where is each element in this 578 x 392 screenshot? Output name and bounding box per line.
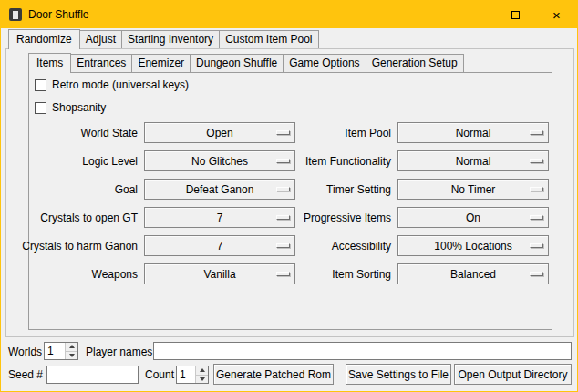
field-label: Crystals to open GT: [20, 211, 138, 224]
shopsanity-label: Shopsanity: [52, 101, 106, 114]
worlds-spin-arrows: [65, 343, 77, 359]
worlds-input[interactable]: [45, 343, 65, 359]
item-sorting-dropdown[interactable]: Balanced: [397, 263, 549, 284]
logic-level-value: No Glitches: [145, 155, 294, 168]
tab-randomize[interactable]: Randomize: [8, 29, 80, 49]
dropdown-indicator-icon: [530, 272, 543, 276]
logic-level-dropdown[interactable]: No Glitches: [144, 150, 295, 171]
spin-down-button[interactable]: [66, 351, 77, 360]
arrow-up-icon: [200, 368, 205, 372]
tab-custom-item-pool[interactable]: Custom Item Pool: [219, 30, 318, 48]
tab-adjust[interactable]: Adjust: [79, 30, 122, 48]
progressive-items-dropdown[interactable]: On: [397, 207, 549, 228]
tab-game-options[interactable]: Game Options: [283, 54, 366, 72]
goal-value: Defeat Ganon: [145, 183, 294, 196]
worlds-label: Worlds: [8, 346, 42, 358]
retro-mode-checkbox[interactable]: [35, 79, 46, 91]
arrow-down-icon: [69, 354, 75, 357]
player-names-label: Player names: [86, 346, 152, 358]
main-tab-bar: Randomize Adjust Starting Inventory Cust…: [8, 29, 319, 48]
item-pool-value: Normal: [398, 127, 548, 139]
door-shuffle-window: Door Shuffle × Randomize Adjust Starting…: [0, 0, 578, 392]
field-label: Logic Level: [20, 155, 138, 168]
dropdown-indicator-icon: [530, 243, 543, 248]
item-sorting-value: Balanced: [398, 268, 548, 281]
seed-input[interactable]: [46, 366, 139, 384]
timer-setting-dropdown[interactable]: No Timer: [397, 179, 549, 200]
dropdown-indicator-icon: [530, 215, 543, 220]
arrow-up-icon: [69, 345, 75, 348]
dropdown-indicator-icon: [530, 159, 543, 163]
item-pool-dropdown[interactable]: Normal: [397, 122, 549, 143]
crystals-open-gt-value: 7: [145, 211, 294, 224]
tab-dungeon-shuffle[interactable]: Dungeon Shuffle: [190, 54, 284, 72]
field-label: Weapons: [20, 268, 138, 281]
open-output-directory-button[interactable]: Open Output Directory: [454, 364, 572, 385]
accessibility-dropdown[interactable]: 100% Locations: [397, 235, 549, 256]
field-label: Item Pool: [277, 127, 391, 139]
titlebar[interactable]: Door Shuffle ×: [1, 1, 577, 28]
window-controls: ×: [454, 1, 577, 28]
seed-label: Seed #: [8, 368, 43, 381]
count-input[interactable]: [177, 366, 195, 383]
dropdown-indicator-icon: [530, 187, 543, 191]
app-icon[interactable]: [9, 8, 22, 21]
weapons-value: Vanilla: [145, 268, 294, 281]
tab-generation-setup[interactable]: Generation Setup: [366, 54, 464, 72]
save-settings-button[interactable]: Save Settings to File: [346, 364, 451, 385]
field-label: Timer Setting: [277, 183, 391, 196]
spin-down-button[interactable]: [196, 375, 208, 384]
window-title: Door Shuffle: [28, 8, 89, 21]
close-button[interactable]: ×: [536, 1, 577, 28]
tab-entrances[interactable]: Entrances: [70, 54, 132, 72]
worlds-spinner[interactable]: [44, 342, 78, 360]
accessibility-value: 100% Locations: [398, 240, 548, 253]
field-label: Progressive Items: [277, 211, 391, 224]
shopsanity-checkbox[interactable]: [35, 102, 46, 114]
progressive-items-value: On: [398, 211, 548, 224]
field-label: Accessibility: [277, 240, 391, 253]
count-spin-arrows: [195, 366, 208, 383]
field-label: Item Functionality: [277, 155, 391, 168]
tab-starting-inventory[interactable]: Starting Inventory: [121, 30, 220, 48]
close-icon: ×: [552, 8, 561, 22]
player-names-input[interactable]: [153, 342, 572, 360]
world-state-value: Open: [145, 127, 294, 139]
goal-dropdown[interactable]: Defeat Ganon: [144, 179, 295, 200]
generate-patched-rom-button[interactable]: Generate Patched Rom: [213, 364, 334, 385]
crystals-harm-ganon-value: 7: [145, 240, 294, 253]
field-label: Item Sorting: [277, 268, 391, 281]
randomize-sub-tab-bar: Items Entrances Enemizer Dungeon Shuffle…: [28, 53, 464, 72]
crystals-harm-ganon-dropdown[interactable]: 7: [144, 235, 295, 256]
retro-mode-label: Retro mode (universal keys): [52, 78, 189, 91]
spin-up-button[interactable]: [66, 343, 77, 351]
shopsanity-checkbox-row: Shopsanity: [35, 101, 106, 114]
weapons-dropdown[interactable]: Vanilla: [144, 263, 295, 284]
item-functionality-value: Normal: [398, 155, 548, 168]
right-options-column: Item Pool Normal Item Functionality Norm…: [277, 122, 549, 292]
dropdown-indicator-icon: [530, 130, 543, 135]
minimize-icon: [470, 15, 480, 15]
spin-up-button[interactable]: [196, 366, 208, 375]
field-label: World State: [20, 127, 138, 139]
minimize-button[interactable]: [454, 1, 495, 28]
count-label: Count: [145, 368, 174, 381]
world-state-dropdown[interactable]: Open: [144, 122, 295, 143]
maximize-icon: [511, 11, 520, 19]
timer-setting-value: No Timer: [398, 183, 548, 196]
maximize-button[interactable]: [495, 1, 536, 28]
left-options-column: World State Open Logic Level No Glitches…: [20, 122, 295, 292]
retro-mode-checkbox-row: Retro mode (universal keys): [35, 78, 189, 91]
tab-items[interactable]: Items: [28, 53, 71, 73]
count-spinner[interactable]: [176, 366, 209, 384]
field-label: Crystals to harm Ganon: [20, 240, 138, 253]
field-label: Goal: [20, 183, 138, 196]
arrow-down-icon: [200, 377, 205, 381]
crystals-open-gt-dropdown[interactable]: 7: [144, 207, 295, 228]
tab-enemizer[interactable]: Enemizer: [131, 54, 191, 72]
item-functionality-dropdown[interactable]: Normal: [397, 150, 549, 171]
